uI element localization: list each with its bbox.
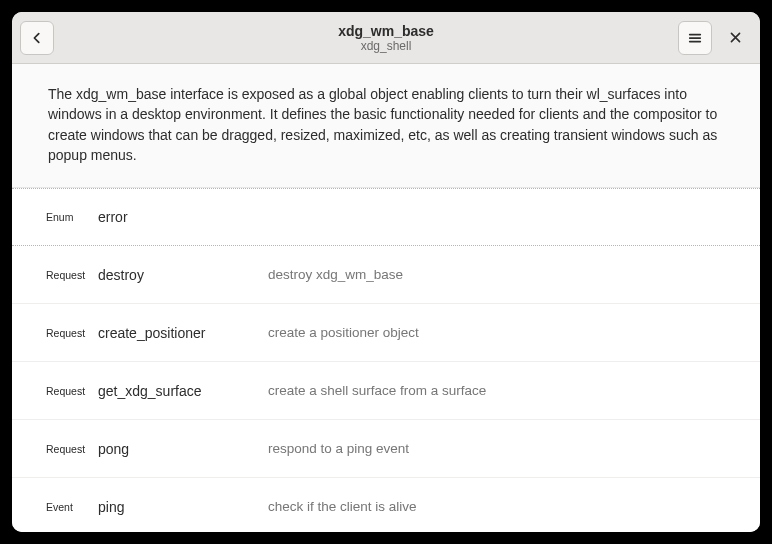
member-kind: Request — [46, 443, 98, 455]
member-name: create_positioner — [98, 325, 268, 341]
member-kind: Request — [46, 327, 98, 339]
chevron-left-icon — [30, 31, 44, 45]
member-name: destroy — [98, 267, 268, 283]
list-item[interactable]: Eventpingcheck if the client is alive — [12, 478, 760, 532]
headerbar: xdg_wm_base xdg_shell — [12, 12, 760, 64]
member-summary: create a shell surface from a surface — [268, 383, 486, 398]
list-item[interactable]: Requestcreate_positionercreate a positio… — [12, 304, 760, 362]
close-icon — [729, 31, 742, 44]
list-item[interactable]: Requestget_xdg_surfacecreate a shell sur… — [12, 362, 760, 420]
member-name: error — [98, 209, 268, 225]
content-area[interactable]: The xdg_wm_base interface is exposed as … — [12, 64, 760, 532]
menu-button[interactable] — [678, 21, 712, 55]
member-name: ping — [98, 499, 268, 515]
member-summary: destroy xdg_wm_base — [268, 267, 403, 282]
member-name: get_xdg_surface — [98, 383, 268, 399]
member-name: pong — [98, 441, 268, 457]
list-item[interactable]: Requestpongrespond to a ping event — [12, 420, 760, 478]
list-item[interactable]: Enumerror — [12, 188, 760, 246]
close-button[interactable] — [718, 21, 752, 55]
member-summary: check if the client is alive — [268, 499, 417, 514]
app-window: xdg_wm_base xdg_shell The xdg_wm_base in… — [12, 12, 760, 532]
member-kind: Request — [46, 269, 98, 281]
member-list: EnumerrorRequestdestroydestroy xdg_wm_ba… — [12, 188, 760, 532]
hamburger-icon — [688, 31, 702, 45]
member-summary: create a positioner object — [268, 325, 419, 340]
interface-description: The xdg_wm_base interface is exposed as … — [12, 64, 760, 188]
header-title-group: xdg_wm_base xdg_shell — [338, 23, 434, 53]
back-button[interactable] — [20, 21, 54, 55]
header-title: xdg_wm_base — [338, 23, 434, 39]
member-kind: Enum — [46, 211, 98, 223]
member-kind: Request — [46, 385, 98, 397]
header-subtitle: xdg_shell — [338, 39, 434, 53]
member-summary: respond to a ping event — [268, 441, 409, 456]
member-kind: Event — [46, 501, 98, 513]
list-item[interactable]: Requestdestroydestroy xdg_wm_base — [12, 246, 760, 304]
